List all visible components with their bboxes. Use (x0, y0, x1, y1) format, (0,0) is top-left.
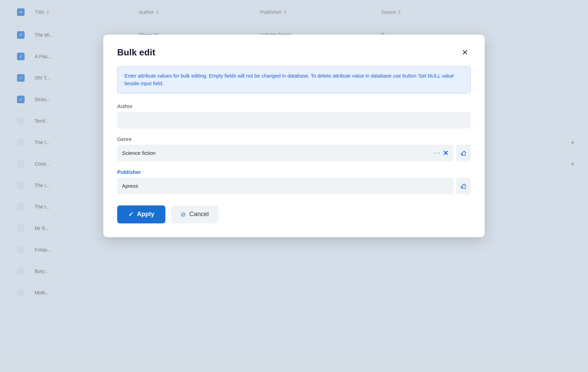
publisher-field-group: Publisher (117, 169, 471, 194)
publisher-set-null-button[interactable] (456, 178, 471, 194)
publisher-input[interactable] (117, 178, 453, 194)
publisher-label: Publisher (117, 169, 471, 175)
genre-field-group: Genre Science fiction ··· ✕ (117, 136, 471, 161)
genre-clear-button[interactable]: ✕ (443, 150, 449, 157)
info-text: Enter attribute values for bulk editing.… (124, 73, 455, 86)
modal-overlay: Bulk edit ✕ Enter attribute values for b… (0, 0, 588, 372)
genre-label: Genre (117, 136, 471, 142)
genre-options-button[interactable]: ··· (433, 149, 441, 157)
eraser-icon (460, 150, 467, 157)
cancel-circle-icon: ⊘ (181, 211, 186, 218)
apply-check-icon: ✓ (128, 211, 133, 218)
cancel-button[interactable]: ⊘ Cancel (171, 205, 218, 223)
genre-field-row: Science fiction ··· ✕ (117, 145, 471, 161)
author-input[interactable] (117, 112, 471, 129)
modal-header: Bulk edit ✕ (117, 47, 471, 58)
author-field-group: Author (117, 103, 471, 129)
genre-set-null-button[interactable] (456, 145, 471, 161)
modal-close-button[interactable]: ✕ (459, 47, 471, 58)
genre-actions: ··· ✕ (433, 149, 449, 157)
bulk-edit-modal: Bulk edit ✕ Enter attribute values for b… (103, 35, 485, 237)
author-field-row (117, 112, 471, 129)
publisher-field-row (117, 178, 471, 194)
modal-footer: ✓ Apply ⊘ Cancel (117, 205, 471, 223)
modal-title: Bulk edit (117, 47, 155, 58)
info-box: Enter attribute values for bulk editing.… (117, 66, 471, 94)
author-label: Author (117, 103, 471, 109)
genre-value: Science fiction (122, 150, 156, 156)
genre-select-field[interactable]: Science fiction ··· ✕ (117, 145, 453, 161)
cancel-label: Cancel (189, 211, 209, 218)
apply-label: Apply (137, 211, 154, 218)
apply-button[interactable]: ✓ Apply (117, 205, 165, 223)
eraser-icon (460, 183, 467, 189)
